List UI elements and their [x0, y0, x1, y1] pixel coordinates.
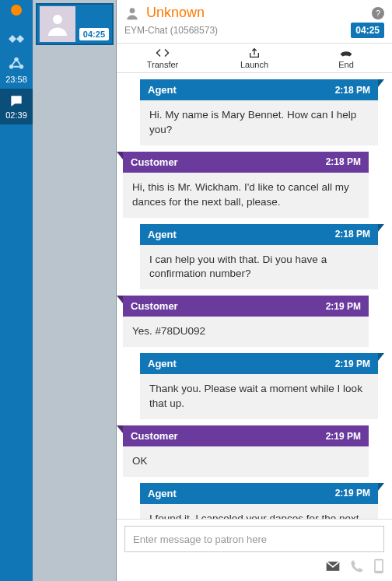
message-body: Hi, this is Mr. Wickham. I'd like to can… [123, 173, 369, 218]
message-customer: Customer2:18 PMHi, this is Mr. Wickham. … [123, 152, 369, 218]
message-role-label: Agent [148, 84, 177, 96]
svg-point-4 [130, 8, 135, 13]
message-agent: Agent2:18 PMHi. My name is Mary Bennet. … [140, 79, 378, 145]
chat-subheader: EYM-Chat (10568573) 04:25 [117, 23, 392, 43]
elapsed-badge: 04:25 [351, 23, 384, 38]
message-body: Hi. My name is Mary Bennet. How can I he… [140, 100, 378, 145]
message-body: I can help you with that. Di you have a … [140, 245, 378, 290]
email-icon[interactable] [325, 560, 341, 575]
avatar [40, 6, 75, 42]
session-strip: 04:25 [33, 0, 117, 581]
rail-links[interactable]: 23:58 [0, 51, 33, 89]
composer [117, 519, 392, 581]
message-role-label: Customer [131, 300, 178, 312]
message-time: 2:18 PM [326, 156, 361, 167]
action-toolbar: Transfer Launch End [117, 43, 392, 73]
message-input[interactable] [124, 526, 384, 552]
svg-point-3 [53, 15, 62, 24]
left-rail: 23:58 02:39 [0, 0, 33, 581]
mobile-icon[interactable] [373, 558, 384, 576]
chat-header: Unknown ? [117, 0, 392, 23]
session-card[interactable]: 04:25 [36, 3, 114, 45]
message-role-label: Agent [148, 488, 177, 499]
conversation-scroll[interactable]: Agent2:18 PMHi. My name is Mary Bennet. … [117, 73, 392, 519]
end-button[interactable]: End [300, 44, 392, 72]
transfer-icon [156, 47, 170, 58]
rail-chat[interactable]: 02:39 [0, 89, 33, 124]
message-time: 2:18 PM [335, 229, 370, 240]
message-role-label: Customer [131, 156, 178, 168]
launch-button[interactable]: Launch [208, 44, 300, 72]
help-icon[interactable]: ? [372, 7, 384, 19]
launch-icon [248, 47, 261, 58]
message-body: Yes. #78DU092 [123, 317, 369, 347]
message-agent: Agent2:19 PMThank you. Please wait a mom… [140, 353, 378, 419]
message-time: 2:19 PM [326, 431, 361, 442]
message-time: 2:19 PM [326, 301, 361, 312]
message-agent: Agent2:18 PMI can help you with that. Di… [140, 224, 378, 290]
rail-handshake[interactable] [0, 26, 33, 51]
rail-chat-time: 02:39 [5, 110, 27, 120]
message-body: Thank you. Please wait a moment while I … [140, 374, 378, 419]
message-agent: Agent2:19 PMI found it. I canceled your … [140, 483, 378, 519]
svg-rect-6 [376, 561, 382, 571]
message-body: I found it. I canceled your dances for t… [140, 504, 378, 519]
message-time: 2:19 PM [335, 488, 370, 499]
message-role-label: Agent [148, 358, 177, 369]
message-body: OK [123, 446, 369, 477]
chat-icon [8, 93, 25, 109]
message-time: 2:18 PM [335, 85, 370, 96]
handshake-icon [7, 31, 26, 47]
links-icon [8, 56, 25, 73]
channel-label: EYM-Chat (10568573) [124, 25, 218, 36]
message-role-label: Customer [131, 430, 178, 442]
rail-links-time: 23:58 [5, 75, 27, 84]
message-customer: Customer2:19 PMYes. #78DU092 [123, 296, 369, 347]
contact-name: Unknown [146, 5, 205, 21]
message-customer: Customer2:19 PMOK [123, 425, 369, 477]
main-panel: Unknown ? EYM-Chat (10568573) 04:25 Tran… [117, 0, 392, 581]
person-icon [124, 5, 140, 21]
transfer-button[interactable]: Transfer [117, 44, 208, 72]
status-dot-icon [11, 5, 22, 16]
phone-icon[interactable] [350, 559, 364, 576]
message-time: 2:19 PM [335, 359, 370, 369]
message-role-label: Agent [148, 229, 177, 240]
end-icon [339, 47, 353, 58]
session-timer: 04:25 [79, 28, 109, 40]
